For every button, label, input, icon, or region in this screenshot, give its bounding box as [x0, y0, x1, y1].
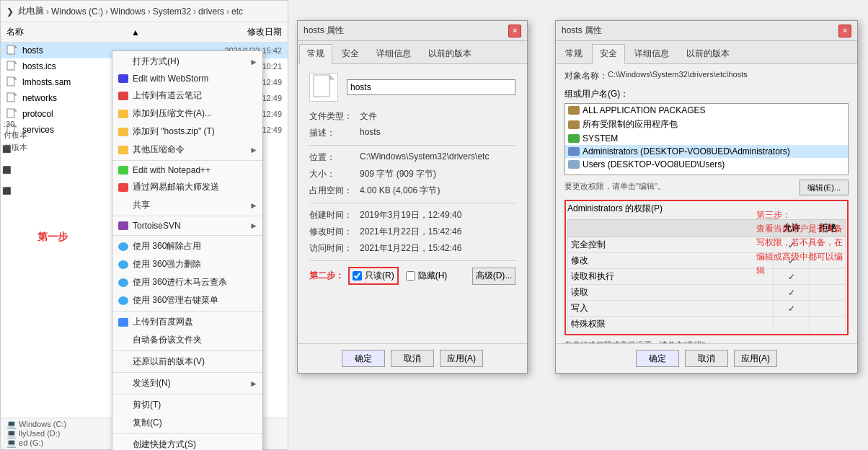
group-name: Administrators (DESKTOP-VOO8UED\Administ…: [583, 146, 790, 156]
advanced-btn[interactable]: 高级(D)...: [472, 268, 515, 285]
upload-icon: [118, 92, 128, 100]
group-item[interactable]: Users (DESKTOP-VOO8UED\Users): [565, 158, 848, 171]
tab-general[interactable]: 常规: [299, 44, 332, 64]
context-menu-item[interactable]: 添加到 "hosts.zip" (T): [112, 123, 262, 141]
ctx-item-label: 上传到有道云笔记: [133, 89, 202, 102]
context-menu-item[interactable]: 添加到压缩文件(A)...: [112, 105, 262, 123]
context-menu-item[interactable]: TortoiseSVN►: [112, 218, 262, 234]
context-menu-item[interactable]: 自动备份该文件夹: [112, 331, 262, 349]
submenu-arrow: ►: [249, 221, 258, 231]
ctx-item-label: 添加到 "hosts.zip" (T): [133, 125, 215, 138]
step3-label: 第三步：查看当前用户是否具备写权限，若不具备，在编辑或高级中都可以编辑: [756, 208, 850, 278]
d2-tab-security[interactable]: 安全: [592, 44, 625, 64]
dialog1-content: 文件类型： 文件 描述： hosts 位置： C:\Windows\System…: [298, 64, 527, 343]
explorer-toolbar: 名称 ▲ 修改日期: [1, 22, 288, 43]
context-menu-item[interactable]: Edit with WebStorm: [112, 71, 262, 87]
tab-details[interactable]: 详细信息: [368, 44, 419, 63]
object-label: 对象名称：: [564, 70, 608, 82]
context-menu-item[interactable]: 上传到有道云笔记: [112, 87, 262, 105]
svg-marker-7: [14, 93, 17, 95]
breadcrumb-c[interactable]: Windows (C:): [51, 6, 103, 17]
type-value: 文件: [360, 110, 515, 123]
dialog2-apply-button[interactable]: 应用(A): [734, 350, 777, 367]
context-menu-item[interactable]: 发送到(N)►: [112, 374, 262, 392]
file-name-input[interactable]: [347, 79, 515, 95]
group-item[interactable]: ALL APPLICATION PACKAGES: [565, 104, 848, 117]
prop-desc: 描述： hosts: [309, 127, 515, 139]
ctx-item-label: 还原以前的版本(V): [133, 356, 205, 368]
ctx-item-label: 使用 360进行木马云查杀: [133, 276, 227, 288]
context-menu-item[interactable]: 还原以前的版本(V): [112, 353, 262, 371]
context-menu-item[interactable]: 使用 360进行木马云查杀: [112, 273, 262, 291]
ctx-item-label: Edit with Notepad++: [133, 165, 211, 175]
context-menu-item[interactable]: 打开方式(H)►: [112, 53, 262, 71]
breadcrumb-system32[interactable]: System32: [153, 6, 191, 17]
context-menu-item[interactable]: Edit with Notepad++: [112, 162, 262, 178]
group-icon: [568, 134, 580, 143]
tab-prev-versions[interactable]: 以前的版本: [420, 44, 479, 63]
readonly-checkbox[interactable]: [353, 271, 362, 281]
dialog2-properties: hosts 属性 ✕ 常规 安全 详细信息 以前的版本 对象名称： C:\Win…: [555, 20, 858, 374]
created-label: 创建时间：: [309, 209, 360, 221]
breadcrumb-drivers[interactable]: drivers: [198, 6, 224, 17]
perm-note: 要更改权限，请单击"编辑"。: [564, 181, 665, 192]
edit-perms-button[interactable]: 编辑(E)...: [800, 180, 849, 195]
tab-security[interactable]: 安全: [334, 44, 367, 63]
dialog2-footer: 确定 取消 应用(A): [556, 343, 857, 373]
email-icon: [118, 183, 128, 192]
menu-icon: [118, 336, 128, 345]
submenu-arrow: ►: [249, 145, 258, 155]
d2-tab-details[interactable]: 详细信息: [626, 44, 677, 63]
dialog2-cancel-button[interactable]: 取消: [685, 350, 728, 367]
menu-icon: [118, 201, 128, 210]
group-list[interactable]: ALL APPLICATION PACKAGES所有受限制的应用程序包SYSTE…: [564, 103, 849, 175]
ctx-item-label: 剪切(T): [133, 399, 161, 411]
hidden-checkbox[interactable]: [406, 271, 415, 281]
accessed-label: 访问时间：: [309, 242, 360, 255]
submenu-arrow: ►: [249, 57, 258, 67]
ctx-item-label: 共享: [133, 199, 150, 211]
submenu-arrow: ►: [249, 200, 258, 211]
ctx-item-label: TortoiseSVN: [133, 221, 181, 231]
context-menu-item[interactable]: 使用 360管理右键菜单: [112, 291, 262, 309]
context-menu-item[interactable]: 复制(C): [112, 414, 262, 432]
disk-value: 4.00 KB (4,006 字节): [360, 185, 515, 197]
ctx-item-label: 自动备份该文件夹: [133, 334, 202, 346]
dialog1-ok-button[interactable]: 确定: [342, 350, 385, 367]
context-menu-item[interactable]: 通过网易邮箱大师发送: [112, 178, 262, 196]
context-menu-item[interactable]: 创建快捷方式(S): [112, 436, 262, 450]
dialog1-apply-button[interactable]: 应用(A): [440, 350, 483, 367]
breadcrumb-windows[interactable]: Windows: [110, 6, 146, 17]
d2-tab-general[interactable]: 常规: [557, 44, 590, 63]
left-label-2: 付板本: [4, 130, 47, 141]
col-sort-arrow: ▲: [131, 27, 140, 38]
submenu-arrow: ►: [249, 379, 258, 389]
col-name-label: 名称: [6, 26, 24, 38]
dialog1-cancel-button[interactable]: 取消: [391, 350, 434, 367]
breadcrumb-etc[interactable]: etc: [231, 6, 243, 17]
d2-tab-prev-versions[interactable]: 以前的版本: [678, 44, 738, 63]
context-menu-item[interactable]: 剪切(T): [112, 396, 262, 414]
dialog2-title: hosts 属性: [562, 25, 602, 37]
context-menu-item[interactable]: 使用 360强力删除: [112, 255, 262, 273]
perm-allow: [774, 317, 810, 332]
dialog2-close-button[interactable]: ✕: [838, 25, 851, 38]
dialog1-close-button[interactable]: ✕: [508, 25, 521, 38]
modified-label: 修改时间：: [309, 226, 360, 238]
group-item[interactable]: SYSTEM: [565, 132, 848, 145]
group-item[interactable]: 所有受限制的应用程序包: [565, 117, 848, 132]
dialog2-ok-button[interactable]: 确定: [636, 350, 679, 367]
svg-marker-1: [14, 45, 17, 48]
group-item[interactable]: Administrators (DESKTOP-VOO8UED\Administ…: [565, 145, 848, 158]
perm-row: 特殊权限: [568, 317, 846, 332]
svg-rect-4: [7, 77, 14, 86]
readonly-label: 只读(R): [365, 270, 394, 282]
context-menu-item[interactable]: 其他压缩命令►: [112, 141, 262, 159]
perm-name: 完全控制: [568, 237, 774, 253]
ctx-item-label: 使用 360管理右键菜单: [133, 294, 218, 306]
big-file-icon: [309, 73, 338, 102]
context-menu-item[interactable]: 上传到百度网盘: [112, 313, 262, 331]
context-menu-item[interactable]: 共享►: [112, 196, 262, 214]
breadcrumb-pc[interactable]: 此电脑: [18, 5, 44, 17]
context-menu-item[interactable]: 使用 360解除占用: [112, 237, 262, 255]
